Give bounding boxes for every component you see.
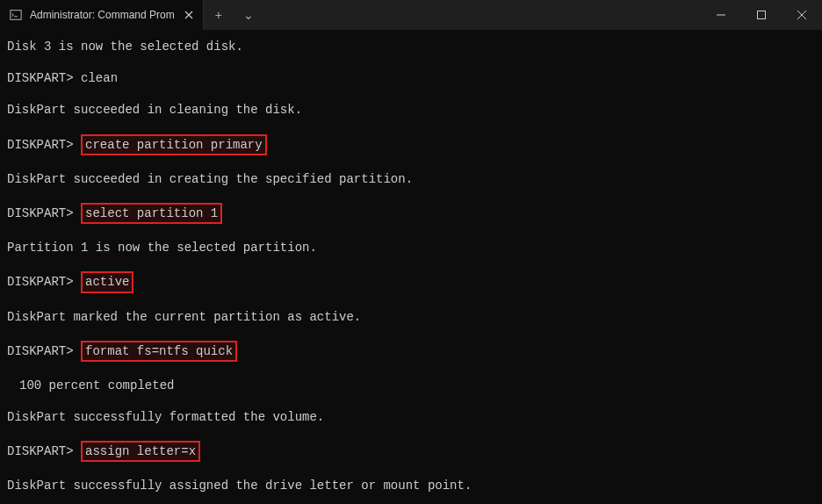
minimize-button[interactable]	[701, 0, 741, 30]
highlighted-command: select partition 1	[81, 203, 222, 224]
terminal-tab[interactable]: Administrator: Command Prom	[0, 0, 204, 30]
prompt: DISKPART>	[7, 344, 74, 358]
close-button[interactable]	[782, 0, 822, 30]
prompt-line: DISKPART> select partition 1	[7, 203, 815, 224]
highlighted-command: assign letter=x	[81, 441, 200, 462]
prompt-line: DISKPART> active	[7, 271, 815, 292]
prompt-line: DISKPART> create partition primary	[7, 134, 815, 155]
prompt: DISKPART>	[7, 206, 74, 220]
output-line: DiskPart successfully assigned the drive…	[7, 478, 815, 493]
cmd-icon	[9, 8, 23, 22]
output-line: Partition 1 is now the selected partitio…	[7, 240, 815, 256]
output-line: 100 percent completed	[7, 378, 815, 393]
svg-rect-0	[11, 11, 21, 20]
command-text: clean	[74, 71, 118, 85]
svg-rect-1	[758, 11, 766, 19]
window-titlebar: Administrator: Command Prom + ⌄	[0, 0, 822, 30]
maximize-button[interactable]	[741, 0, 782, 30]
prompt: DISKPART>	[7, 71, 74, 85]
output-line: DiskPart successfully formatted the volu…	[7, 409, 815, 425]
output-line: DiskPart marked the current partition as…	[7, 309, 815, 325]
new-tab-button[interactable]: +	[204, 0, 234, 30]
prompt-line: DISKPART> clean	[7, 70, 815, 86]
tab-title: Administrator: Command Prom	[30, 9, 175, 21]
prompt: DISKPART>	[7, 138, 74, 152]
output-line: DiskPart succeeded in creating the speci…	[7, 171, 815, 187]
tab-actions: + ⌄	[204, 0, 263, 30]
prompt-line: DISKPART> format fs=ntfs quick	[7, 341, 815, 362]
tab-close-button[interactable]	[182, 8, 196, 22]
output-line: Disk 3 is now the selected disk.	[7, 39, 815, 54]
highlighted-command: active	[81, 271, 133, 292]
highlighted-command: create partition primary	[81, 134, 267, 155]
prompt: DISKPART>	[7, 444, 74, 458]
highlighted-command: format fs=ntfs quick	[81, 341, 237, 362]
prompt-line: DISKPART> assign letter=x	[7, 441, 815, 462]
tab-dropdown-button[interactable]: ⌄	[234, 0, 263, 30]
terminal-output[interactable]: Disk 3 is now the selected disk. DISKPAR…	[0, 30, 822, 504]
output-line: DiskPart succeeded in cleaning the disk.	[7, 102, 815, 118]
prompt: DISKPART>	[7, 275, 74, 289]
window-controls	[701, 0, 822, 30]
